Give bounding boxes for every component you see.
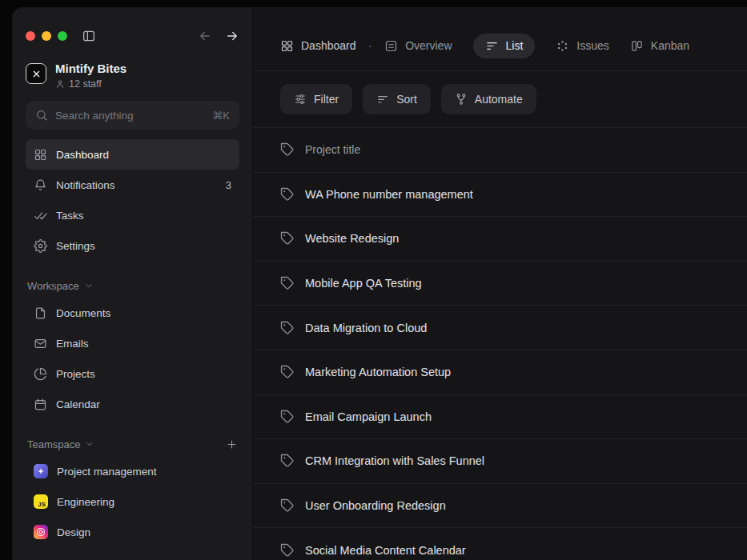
list-item[interactable]: Website Redesign	[253, 217, 747, 262]
arrow-right-icon	[225, 29, 239, 43]
workspace-switcher[interactable]: Mintify Bites 12 staff	[26, 62, 239, 90]
bell-icon	[34, 178, 47, 192]
sidebar-toggle-icon	[82, 29, 96, 43]
grid-icon	[280, 39, 294, 53]
zoom-window-button[interactable]	[58, 31, 67, 41]
calendar-icon	[34, 398, 47, 411]
tab-separator-dot: ·	[368, 39, 373, 53]
tab-list[interactable]: List	[473, 34, 536, 58]
tab-kanban[interactable]: Kanban	[630, 39, 689, 53]
sidebar-item-notifications[interactable]: Notifications 3	[26, 170, 239, 200]
project-list: Project title WA Phone number management…	[253, 128, 747, 560]
list-item[interactable]: CRM Integration with Sales Funnel	[253, 439, 747, 484]
sort-button[interactable]: Sort	[363, 84, 431, 114]
filter-button[interactable]: Filter	[280, 84, 352, 114]
list-item[interactable]: User Onboarding Redesign	[253, 484, 747, 529]
tag-icon	[280, 187, 295, 202]
indigo-app-icon	[34, 464, 48, 478]
project-title: WA Phone number management	[305, 188, 473, 201]
workspace-avatar	[26, 63, 46, 84]
tab-label: Issues	[576, 39, 608, 52]
chevron-down-icon	[84, 281, 94, 290]
project-title: Email Campaign Launch	[305, 410, 432, 423]
double-check-icon	[34, 209, 47, 222]
sidebar: Mintify Bites 12 staff ⌘K Dashboard	[13, 8, 253, 560]
tab-issues[interactable]: Issues	[556, 39, 608, 53]
add-teamspace-button[interactable]	[226, 438, 238, 450]
sidebar-item-label: Tasks	[56, 210, 84, 222]
sliders-icon	[294, 93, 307, 106]
sidebar-toggle-button[interactable]	[82, 29, 96, 43]
tag-icon	[280, 543, 295, 558]
search-input[interactable]	[55, 110, 205, 122]
tab-label: List	[506, 39, 524, 52]
tag-icon	[280, 231, 295, 246]
workspace-meta: Mintify Bites 12 staff	[55, 62, 127, 90]
tag-icon	[280, 410, 295, 424]
toolbar: Filter Sort Automate	[253, 71, 747, 128]
screen: Mintify Bites 12 staff ⌘K Dashboard	[0, 0, 747, 560]
search-bar[interactable]: ⌘K	[26, 101, 239, 130]
project-title: CRM Integration with Sales Funnel	[305, 454, 484, 467]
back-button[interactable]	[198, 29, 212, 43]
sidebar-item-projects[interactable]: Projects	[26, 358, 239, 389]
tab-overview[interactable]: Overview	[384, 39, 452, 53]
sidebar-item-dashboard[interactable]: Dashboard	[26, 139, 239, 170]
chevron-down-icon	[85, 439, 94, 449]
project-title: Marketing Automation Setup	[305, 366, 451, 378]
sidebar-item-label: Settings	[56, 240, 95, 252]
document-icon	[34, 306, 47, 320]
x-logo-icon	[32, 70, 41, 78]
kanban-columns-icon	[630, 39, 644, 53]
automate-button[interactable]: Automate	[441, 84, 536, 114]
sort-lines-icon	[376, 93, 389, 106]
instagram-gradient-icon	[34, 525, 48, 539]
workspace-section-list: Documents Emails Projects Calendar	[26, 298, 239, 419]
sidebar-topbar	[26, 27, 239, 45]
sidebar-item-label: Design	[57, 526, 90, 538]
teamspace-section-header[interactable]: Teamspace	[26, 435, 239, 453]
close-window-button[interactable]	[26, 31, 35, 41]
tab-label: Kanban	[651, 39, 689, 52]
sidebar-item-label: Emails	[56, 338, 89, 350]
sidebar-item-label: Engineering	[57, 496, 114, 508]
list-item[interactable]: Marketing Automation Setup	[253, 350, 747, 395]
tab-dashboard[interactable]: Dashboard	[280, 39, 356, 53]
sidebar-item-documents[interactable]: Documents	[26, 298, 239, 328]
main-content: Dashboard · Overview List Issues Kan	[253, 8, 747, 560]
search-icon	[35, 109, 48, 122]
project-title: Mobile App QA Testing	[305, 277, 422, 290]
app-window: Mintify Bites 12 staff ⌘K Dashboard	[13, 8, 747, 560]
pie-chart-icon	[34, 367, 47, 381]
sidebar-item-label: Documents	[56, 307, 110, 319]
sidebar-item-label: Project management	[57, 466, 157, 478]
fork-icon	[455, 93, 468, 106]
list-item[interactable]: Social Media Content Calendar	[253, 528, 747, 560]
list-item[interactable]: Data Migration to Cloud	[253, 306, 747, 350]
sidebar-item-project-management[interactable]: Project management	[26, 456, 239, 486]
tab-label: Dashboard	[301, 39, 356, 52]
sidebar-item-settings[interactable]: Settings	[26, 230, 239, 261]
grid-icon	[34, 148, 47, 162]
workspace-name: Mintify Bites	[55, 62, 127, 75]
list-item[interactable]: WA Phone number management	[253, 173, 747, 218]
gear-icon	[34, 239, 47, 253]
workspace-staff: 12 staff	[55, 78, 127, 90]
dots-cluster-icon	[556, 39, 569, 53]
minimize-window-button[interactable]	[42, 31, 51, 41]
forward-button[interactable]	[225, 29, 239, 43]
sidebar-item-label: Notifications	[56, 179, 115, 191]
sidebar-item-tasks[interactable]: Tasks	[26, 200, 239, 230]
list-item[interactable]: Email Campaign Launch	[253, 395, 747, 440]
section-label: Teamspace	[27, 438, 80, 450]
list-item[interactable]: Mobile App QA Testing	[253, 262, 747, 306]
sidebar-item-engineering[interactable]: JS Engineering	[26, 486, 239, 517]
workspace-section-header[interactable]: Workspace	[26, 277, 239, 294]
sidebar-item-calendar[interactable]: Calendar	[26, 389, 239, 419]
tag-icon	[280, 498, 295, 513]
sidebar-item-design[interactable]: Design	[26, 517, 239, 547]
search-shortcut: ⌘K	[212, 110, 230, 122]
list-lines-icon	[485, 39, 499, 53]
sidebar-item-emails[interactable]: Emails	[26, 328, 239, 358]
notifications-count-badge: 3	[226, 179, 231, 191]
